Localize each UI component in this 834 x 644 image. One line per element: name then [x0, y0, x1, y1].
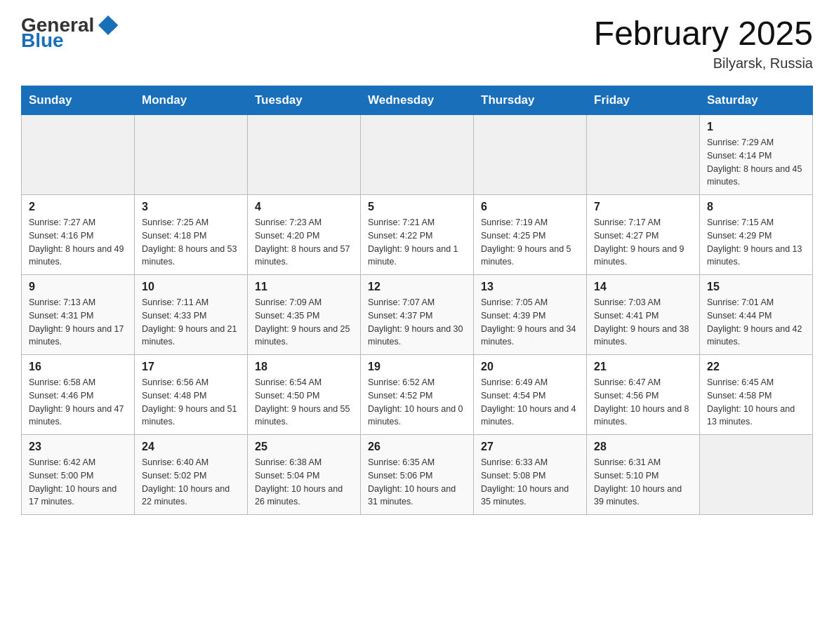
table-row: 21Sunrise: 6:47 AMSunset: 4:56 PMDayligh…	[587, 355, 700, 435]
table-row: 18Sunrise: 6:54 AMSunset: 4:50 PMDayligh…	[248, 355, 361, 435]
col-wednesday: Wednesday	[361, 86, 474, 115]
day-info: Sunrise: 7:11 AMSunset: 4:33 PMDaylight:…	[142, 296, 240, 349]
day-info: Sunrise: 7:15 AMSunset: 4:29 PMDaylight:…	[707, 216, 805, 269]
day-number: 20	[481, 361, 579, 373]
day-info: Sunrise: 6:56 AMSunset: 4:48 PMDaylight:…	[142, 376, 240, 429]
day-info: Sunrise: 6:49 AMSunset: 4:54 PMDaylight:…	[481, 376, 579, 429]
day-info: Sunrise: 7:03 AMSunset: 4:41 PMDaylight:…	[594, 296, 692, 349]
table-row: 26Sunrise: 6:35 AMSunset: 5:06 PMDayligh…	[361, 435, 474, 515]
day-info: Sunrise: 6:33 AMSunset: 5:08 PMDaylight:…	[481, 456, 579, 509]
day-number: 28	[594, 441, 692, 453]
table-row	[135, 115, 248, 195]
col-tuesday: Tuesday	[248, 86, 361, 115]
table-row	[248, 115, 361, 195]
table-row: 23Sunrise: 6:42 AMSunset: 5:00 PMDayligh…	[22, 435, 135, 515]
calendar-table: Sunday Monday Tuesday Wednesday Thursday…	[21, 86, 813, 515]
day-info: Sunrise: 7:21 AMSunset: 4:22 PMDaylight:…	[368, 216, 466, 269]
calendar-week-2: 2Sunrise: 7:27 AMSunset: 4:16 PMDaylight…	[22, 195, 813, 275]
day-info: Sunrise: 7:25 AMSunset: 4:18 PMDaylight:…	[142, 216, 240, 269]
day-info: Sunrise: 6:45 AMSunset: 4:58 PMDaylight:…	[707, 376, 805, 429]
day-info: Sunrise: 7:05 AMSunset: 4:39 PMDaylight:…	[481, 296, 579, 349]
table-row: 6Sunrise: 7:19 AMSunset: 4:25 PMDaylight…	[474, 195, 587, 275]
table-row: 11Sunrise: 7:09 AMSunset: 4:35 PMDayligh…	[248, 275, 361, 355]
day-info: Sunrise: 7:01 AMSunset: 4:44 PMDaylight:…	[707, 296, 805, 349]
day-number: 17	[142, 361, 240, 373]
table-row	[474, 115, 587, 195]
day-number: 12	[368, 281, 466, 293]
day-info: Sunrise: 6:42 AMSunset: 5:00 PMDaylight:…	[29, 456, 127, 509]
day-number: 15	[707, 281, 805, 293]
day-number: 10	[142, 281, 240, 293]
table-row	[22, 115, 135, 195]
day-number: 14	[594, 281, 692, 293]
day-info: Sunrise: 6:58 AMSunset: 4:46 PMDaylight:…	[29, 376, 127, 429]
table-row: 25Sunrise: 6:38 AMSunset: 5:04 PMDayligh…	[248, 435, 361, 515]
table-row: 7Sunrise: 7:17 AMSunset: 4:27 PMDaylight…	[587, 195, 700, 275]
day-info: Sunrise: 6:54 AMSunset: 4:50 PMDaylight:…	[255, 376, 353, 429]
logo: General Blue	[21, 14, 119, 51]
col-thursday: Thursday	[474, 86, 587, 115]
day-info: Sunrise: 7:23 AMSunset: 4:20 PMDaylight:…	[255, 216, 353, 269]
table-row: 14Sunrise: 7:03 AMSunset: 4:41 PMDayligh…	[587, 275, 700, 355]
day-info: Sunrise: 6:47 AMSunset: 4:56 PMDaylight:…	[594, 376, 692, 429]
table-row: 27Sunrise: 6:33 AMSunset: 5:08 PMDayligh…	[474, 435, 587, 515]
day-number: 5	[368, 201, 466, 213]
table-row: 22Sunrise: 6:45 AMSunset: 4:58 PMDayligh…	[700, 355, 813, 435]
day-number: 11	[255, 281, 353, 293]
table-row	[700, 435, 813, 515]
logo-flag-icon	[97, 14, 119, 36]
day-number: 2	[29, 201, 127, 213]
table-row: 9Sunrise: 7:13 AMSunset: 4:31 PMDaylight…	[22, 275, 135, 355]
table-row: 13Sunrise: 7:05 AMSunset: 4:39 PMDayligh…	[474, 275, 587, 355]
table-row: 4Sunrise: 7:23 AMSunset: 4:20 PMDaylight…	[248, 195, 361, 275]
calendar-week-5: 23Sunrise: 6:42 AMSunset: 5:00 PMDayligh…	[22, 435, 813, 515]
day-number: 1	[707, 121, 805, 133]
table-row: 24Sunrise: 6:40 AMSunset: 5:02 PMDayligh…	[135, 435, 248, 515]
day-number: 3	[142, 201, 240, 213]
calendar-week-1: 1Sunrise: 7:29 AMSunset: 4:14 PMDaylight…	[22, 115, 813, 195]
table-row: 12Sunrise: 7:07 AMSunset: 4:37 PMDayligh…	[361, 275, 474, 355]
day-number: 13	[481, 281, 579, 293]
col-monday: Monday	[135, 86, 248, 115]
day-number: 26	[368, 441, 466, 453]
table-row: 10Sunrise: 7:11 AMSunset: 4:33 PMDayligh…	[135, 275, 248, 355]
day-number: 19	[368, 361, 466, 373]
day-number: 22	[707, 361, 805, 373]
table-row: 20Sunrise: 6:49 AMSunset: 4:54 PMDayligh…	[474, 355, 587, 435]
day-info: Sunrise: 6:40 AMSunset: 5:02 PMDaylight:…	[142, 456, 240, 509]
title-block: February 2025 Bilyarsk, Russia	[594, 14, 813, 72]
day-info: Sunrise: 7:13 AMSunset: 4:31 PMDaylight:…	[29, 296, 127, 349]
day-info: Sunrise: 7:27 AMSunset: 4:16 PMDaylight:…	[29, 216, 127, 269]
day-number: 8	[707, 201, 805, 213]
table-row	[587, 115, 700, 195]
day-number: 16	[29, 361, 127, 373]
day-number: 7	[594, 201, 692, 213]
table-row: 1Sunrise: 7:29 AMSunset: 4:14 PMDaylight…	[700, 115, 813, 195]
col-friday: Friday	[587, 86, 700, 115]
calendar-header-row: Sunday Monday Tuesday Wednesday Thursday…	[22, 86, 813, 115]
col-saturday: Saturday	[700, 86, 813, 115]
table-row: 3Sunrise: 7:25 AMSunset: 4:18 PMDaylight…	[135, 195, 248, 275]
calendar-subtitle: Bilyarsk, Russia	[594, 55, 813, 72]
logo-blue-text: Blue	[21, 31, 64, 51]
page-header: General Blue February 2025 Bilyarsk, Rus…	[21, 14, 813, 72]
day-info: Sunrise: 6:38 AMSunset: 5:04 PMDaylight:…	[255, 456, 353, 509]
day-number: 23	[29, 441, 127, 453]
day-number: 6	[481, 201, 579, 213]
calendar-week-3: 9Sunrise: 7:13 AMSunset: 4:31 PMDaylight…	[22, 275, 813, 355]
day-info: Sunrise: 6:31 AMSunset: 5:10 PMDaylight:…	[594, 456, 692, 509]
day-number: 24	[142, 441, 240, 453]
table-row: 15Sunrise: 7:01 AMSunset: 4:44 PMDayligh…	[700, 275, 813, 355]
day-number: 4	[255, 201, 353, 213]
day-info: Sunrise: 7:17 AMSunset: 4:27 PMDaylight:…	[594, 216, 692, 269]
day-number: 18	[255, 361, 353, 373]
day-number: 25	[255, 441, 353, 453]
day-info: Sunrise: 7:07 AMSunset: 4:37 PMDaylight:…	[368, 296, 466, 349]
table-row: 8Sunrise: 7:15 AMSunset: 4:29 PMDaylight…	[700, 195, 813, 275]
day-number: 9	[29, 281, 127, 293]
day-info: Sunrise: 6:52 AMSunset: 4:52 PMDaylight:…	[368, 376, 466, 429]
table-row: 2Sunrise: 7:27 AMSunset: 4:16 PMDaylight…	[22, 195, 135, 275]
table-row: 16Sunrise: 6:58 AMSunset: 4:46 PMDayligh…	[22, 355, 135, 435]
col-sunday: Sunday	[22, 86, 135, 115]
calendar-title: February 2025	[594, 14, 813, 53]
